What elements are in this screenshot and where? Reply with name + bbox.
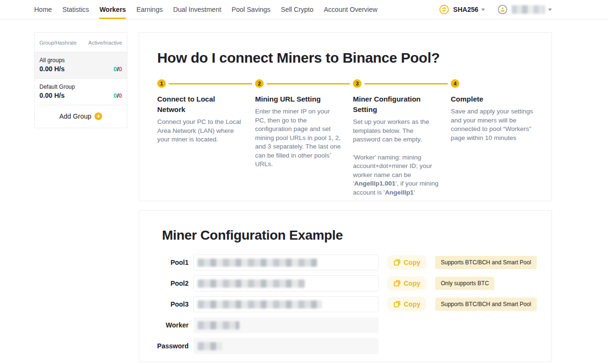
pool1-url-field[interactable] <box>193 254 379 271</box>
group-active-inactive-count: 0/0 <box>114 65 122 73</box>
pool1-label: Pool1 <box>151 259 189 266</box>
pool2-copy-button[interactable]: Copy <box>387 276 427 290</box>
group-hashrate: 0.00 H/s <box>39 65 65 73</box>
pool2-url-field[interactable] <box>193 275 379 291</box>
nav-item-dual-investment[interactable]: Dual Investment <box>173 0 221 19</box>
step-3-miner-configuration-setting: 3 Miner Configuration Setting Set up you… <box>353 79 439 197</box>
step-description: Enter the miner IP on your PC, then go t… <box>255 107 342 169</box>
step-description: Set up your workers as the templates bel… <box>353 118 439 197</box>
pool2-url-redacted <box>198 280 305 288</box>
step-title: Connect to Local Network <box>157 94 244 115</box>
nav-item-account-overview[interactable]: Account Overview <box>324 0 378 19</box>
step-2-mining-url-setting: 2 Mining URL Setting Enter the miner IP … <box>255 79 342 197</box>
pool3-copy-button[interactable]: Copy <box>387 297 427 311</box>
pool1-url-redacted <box>198 259 317 267</box>
username-redacted <box>512 5 545 14</box>
nav-item-earnings[interactable]: Earnings <box>136 0 162 19</box>
groups-sidebar: Group/Hashrate Active/Inactive All group… <box>34 32 127 128</box>
guide-steps: 1 Connect to Local Network Connect your … <box>157 79 537 197</box>
add-group-button[interactable]: Add Group + <box>35 105 127 128</box>
password-redacted <box>198 342 222 350</box>
step-4-complete: 4 Complete Save and apply your settings … <box>451 79 537 197</box>
step-title: Mining URL Setting <box>255 94 342 104</box>
account-dropdown-caret[interactable] <box>548 9 552 11</box>
pool3-row: Pool3 Copy Supports BTC/BCH and Smart Po… <box>151 296 542 312</box>
step-title: Complete <box>451 94 537 104</box>
step-number-badge: 4 <box>451 79 459 88</box>
copy-icon <box>393 259 401 266</box>
miner-configuration-example-card: Miner Configuration Example Pool1 Copy S… <box>139 210 552 362</box>
step-description: Connect your PC to the Local Area Networ… <box>157 118 244 144</box>
nav-item-pool-savings[interactable]: Pool Savings <box>232 0 271 19</box>
worker-name-field[interactable] <box>193 317 379 333</box>
algorithm-swap-icon <box>439 4 449 15</box>
worker-row: Worker <box>151 317 542 333</box>
guide-title: How do I connect Miners to Binance Pool? <box>157 50 537 66</box>
password-label: Password <box>151 342 189 350</box>
group-name: All groups <box>39 57 65 64</box>
step-number-badge: 1 <box>157 79 166 88</box>
nav-item-home[interactable]: Home <box>34 0 52 19</box>
plus-icon: + <box>95 112 102 120</box>
column-header-active-inactive: Active/Inactive <box>88 40 122 46</box>
step-1-connect-to-local-network: 1 Connect to Local Network Connect your … <box>157 79 244 197</box>
step-description: Save and apply your settings and your mi… <box>451 107 537 142</box>
pool2-support-badge: Only supports BTC <box>435 277 494 290</box>
worker-label: Worker <box>151 321 189 329</box>
step-number-badge: 2 <box>255 79 264 88</box>
pool3-url-field[interactable] <box>193 296 379 312</box>
account-selector[interactable] <box>497 4 552 15</box>
example-title: Miner Configuration Example <box>162 228 542 243</box>
copy-label: Copy <box>404 259 420 266</box>
top-navigation-bar: Home Statistics Workers Earnings Dual In… <box>0 0 608 19</box>
nav-item-sell-crypto[interactable]: Sell Crypto <box>281 0 313 19</box>
algorithm-dropdown-caret[interactable] <box>481 9 485 11</box>
step-connector-line <box>266 83 350 84</box>
main-nav: Home Statistics Workers Earnings Dual In… <box>34 0 378 19</box>
column-header-group-hashrate: Group/Hashrate <box>39 40 76 46</box>
step-connector-line <box>364 83 448 84</box>
user-account-icon <box>497 4 508 15</box>
connect-miners-guide-card: How do I connect Miners to Binance Pool?… <box>139 32 552 201</box>
nav-item-statistics[interactable]: Statistics <box>62 0 89 19</box>
step-title: Miner Configuration Setting <box>353 94 439 115</box>
pool2-row: Pool2 Copy Only supports BTC <box>151 275 542 291</box>
algorithm-selector-label: SHA256 <box>453 6 478 13</box>
worker-name-redacted <box>198 321 239 329</box>
password-field[interactable] <box>193 338 379 354</box>
pool2-label: Pool2 <box>151 280 189 287</box>
copy-icon <box>393 280 401 287</box>
step-connector-line <box>169 83 252 84</box>
group-row-default-group[interactable]: Default Group 0.00 H/s 0/0 <box>35 79 127 105</box>
copy-icon <box>393 300 401 308</box>
group-hashrate: 0.00 H/s <box>39 92 75 99</box>
step-number-badge: 3 <box>353 79 361 88</box>
password-row: Password <box>151 338 542 354</box>
copy-label: Copy <box>404 280 420 287</box>
group-row-all-groups[interactable]: All groups 0.00 H/s 0/0 <box>35 52 127 79</box>
group-active-inactive-count: 0/0 <box>114 92 122 99</box>
nav-item-workers[interactable]: Workers <box>99 0 126 19</box>
copy-label: Copy <box>404 300 420 308</box>
pool1-copy-button[interactable]: Copy <box>387 255 427 270</box>
pool3-support-badge: Supports BTC/BCH and Smart Pool <box>435 298 537 311</box>
pool3-label: Pool3 <box>151 300 189 308</box>
group-name: Default Group <box>39 84 75 90</box>
pool1-row: Pool1 Copy Supports BTC/BCH and Smart Po… <box>151 254 542 271</box>
add-group-label: Add Group <box>59 112 92 120</box>
pool1-support-badge: Supports BTC/BCH and Smart Pool <box>435 256 537 269</box>
pool3-url-redacted <box>198 300 322 308</box>
